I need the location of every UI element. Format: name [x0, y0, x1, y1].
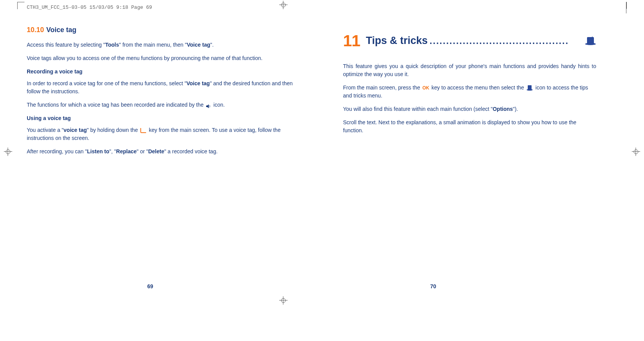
section-heading: 10.10Voice tag: [27, 25, 301, 35]
paragraph: You activate a "voice tag" by holding do…: [27, 126, 301, 142]
paragraph: Scroll the text. Next to the explanation…: [343, 119, 596, 135]
chapter-title: Tips & tricks: [366, 33, 428, 49]
crop-mark-top-left: [17, 2, 24, 9]
section-title: Voice tag: [46, 26, 76, 34]
svg-rect-1: [587, 37, 594, 44]
paragraph: From the main screen, press the OK key t…: [343, 84, 596, 100]
crop-mark-top-right: [620, 2, 627, 9]
ok-key-icon: OK: [422, 85, 429, 91]
registration-mark-left: [4, 148, 12, 156]
paragraph: Voice tags allow you to access one of th…: [27, 54, 301, 62]
subheading-recording: Recording a voice tag: [27, 68, 301, 76]
chapter-dots: ........................................…: [428, 34, 585, 48]
body-text: This feature gives you a quick descripti…: [343, 62, 596, 135]
svg-rect-3: [528, 85, 532, 90]
section-number: 10.10: [27, 26, 44, 34]
subheading-using: Using a voice tag: [27, 114, 301, 122]
chapter-number: 11: [343, 29, 360, 53]
page-left: 10.10Voice tag Access this feature by se…: [27, 21, 322, 295]
paragraph: The functions for which a voice tag has …: [27, 101, 301, 109]
print-header-info: CTH3_UM_FCC_15-03-05 15/03/05 9:18 Page …: [27, 5, 152, 10]
magic-hat-icon: [585, 36, 596, 45]
paragraph: Access this feature by selecting "Tools"…: [27, 41, 301, 49]
paragraph: You will also find this feature within e…: [343, 105, 596, 113]
paragraph: In order to record a voice tag for one o…: [27, 80, 301, 96]
registration-mark-right: [632, 148, 640, 156]
registration-mark-top: [279, 1, 288, 9]
c-key-icon: [140, 128, 146, 133]
registration-mark-bottom: [279, 296, 288, 305]
page-right: 11 Tips & tricks .......................…: [322, 21, 617, 295]
chapter-heading: 11 Tips & tricks .......................…: [343, 29, 596, 53]
speaker-icon: [206, 103, 211, 107]
page-number-left: 69: [147, 283, 153, 289]
paragraph: After recording, you can "Listen to", "R…: [27, 148, 301, 156]
magic-hat-small-icon: [526, 85, 533, 91]
paragraph: This feature gives you a quick descripti…: [343, 62, 596, 78]
page-spread: 10.10Voice tag Access this feature by se…: [27, 21, 617, 295]
page-number-right: 70: [430, 283, 436, 289]
